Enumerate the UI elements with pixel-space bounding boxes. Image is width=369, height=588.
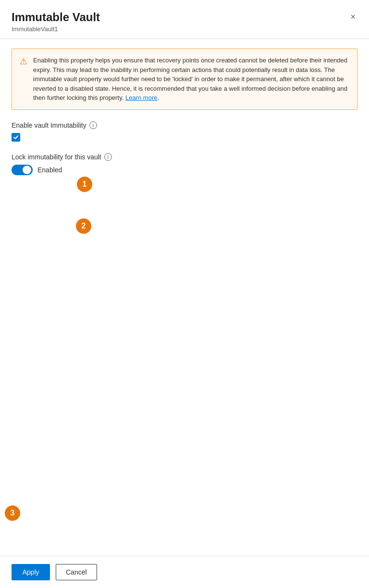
cancel-button[interactable]: Cancel — [56, 564, 97, 580]
panel-title: Immutable Vault — [12, 10, 100, 24]
panel-subtitle: ImmutableVault1 — [12, 25, 100, 33]
warning-banner: ⚠ Enabling this property helps you ensur… — [12, 48, 357, 110]
title-area: Immutable Vault ImmutableVault1 — [12, 10, 100, 33]
close-button[interactable]: × — [348, 11, 357, 23]
step-3-number: 3 — [5, 505, 20, 521]
step-2-number: 2 — [76, 218, 91, 234]
warning-text: Enabling this property helps you ensure … — [33, 56, 349, 103]
warning-icon: ⚠ — [20, 56, 27, 103]
enable-immutability-label: Enable vault Immutability i — [12, 121, 357, 129]
apply-button[interactable]: Apply — [12, 564, 50, 580]
toggle-wrapper: Enabled — [12, 165, 357, 175]
enable-immutability-checkbox[interactable] — [12, 133, 20, 142]
lock-immutability-section: Lock immutability for this vault i Enabl… — [12, 153, 357, 175]
lock-immutability-info-icon[interactable]: i — [104, 153, 112, 161]
step-1-badge: 1 — [77, 177, 92, 192]
toggle-status-label: Enabled — [37, 166, 62, 174]
lock-immutability-label: Lock immutability for this vault i — [12, 153, 357, 161]
immutable-vault-panel: Immutable Vault ImmutableVault1 × ⚠ Enab… — [0, 0, 369, 588]
step-3-badge: 3 — [5, 505, 20, 521]
step-2-badge: 2 — [76, 218, 91, 234]
panel-footer: Apply Cancel — [0, 556, 369, 588]
learn-more-link[interactable]: Learn more — [125, 94, 157, 101]
step-1-number: 1 — [77, 177, 92, 192]
enable-immutability-info-icon[interactable]: i — [89, 121, 97, 129]
enable-immutability-section: Enable vault Immutability i — [12, 121, 357, 142]
toggle-thumb — [23, 166, 31, 174]
panel-content: ⚠ Enabling this property helps you ensur… — [0, 39, 369, 588]
panel-header: Immutable Vault ImmutableVault1 × — [0, 0, 369, 39]
enable-immutability-checkbox-wrapper — [12, 133, 357, 142]
lock-immutability-toggle[interactable] — [12, 165, 33, 175]
